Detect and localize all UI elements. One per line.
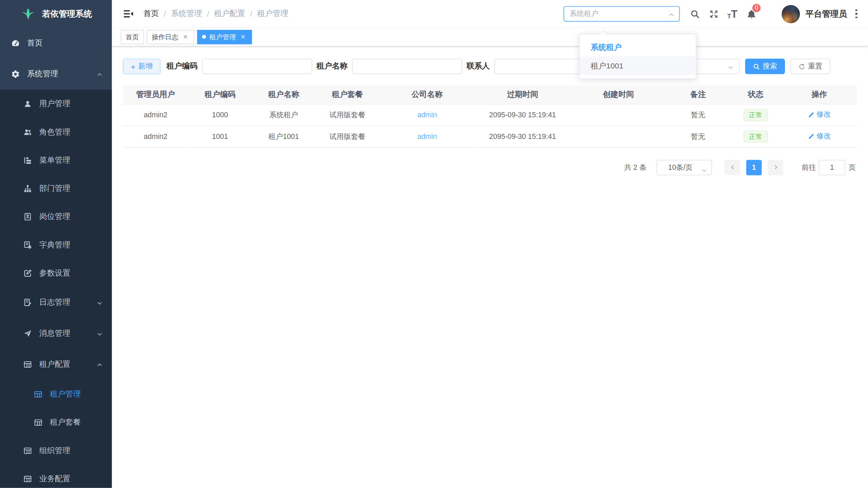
- pagination-total: 共 2 条: [624, 162, 647, 172]
- table-icon: [23, 360, 32, 369]
- sidebar-item-label: 首页: [27, 38, 43, 48]
- sidebar-item-label: 业务配置: [39, 474, 70, 484]
- top-navbar: 首页 / 系统管理 / 租户配置 / 租户管理 系统租户 TT: [112, 0, 868, 28]
- close-icon[interactable]: ×: [181, 33, 189, 41]
- sidebar-item-tenant-config[interactable]: 租户配置: [0, 349, 112, 380]
- sidebar-item-label: 租户管理: [50, 389, 81, 399]
- edit-row-button[interactable]: 修改: [808, 131, 831, 141]
- reset-button-label: 重置: [808, 61, 822, 71]
- sidebar-item-role-mgmt[interactable]: 角色管理: [0, 118, 112, 146]
- goto-label: 前往: [802, 162, 816, 172]
- breadcrumb-system[interactable]: 系统管理: [171, 9, 202, 19]
- table-row: admin2 1000 系统租户 试用版套餐 admin 2095-09-30 …: [123, 104, 857, 126]
- notification-bell-icon[interactable]: 0: [742, 0, 760, 28]
- reset-button[interactable]: 重置: [790, 59, 830, 74]
- sidebar-item-label: 用户管理: [39, 99, 70, 108]
- tenant-table: 管理员用户 租户编码 租户名称 租户套餐 公司名称 过期时间 创建时间 备注 状…: [123, 85, 857, 147]
- app-title: 若依管理系统: [42, 8, 92, 19]
- kebab-menu-icon[interactable]: [851, 0, 861, 28]
- tenant-option-1001[interactable]: 租户1001: [580, 56, 696, 75]
- tenant-name-label: 租户名称: [316, 61, 347, 71]
- chevron-down-icon: [96, 299, 103, 306]
- search-button[interactable]: 搜索: [745, 59, 785, 74]
- plus-icon: +: [131, 62, 135, 70]
- tenant-name-input[interactable]: [352, 59, 462, 74]
- cell-tenant-code: 1001: [188, 125, 252, 147]
- sidebar-item-label: 部门管理: [39, 183, 70, 193]
- cell-expire-time: 2095-09-30 15:19:41: [475, 125, 570, 147]
- edit-label: 修改: [816, 131, 831, 141]
- tab-home[interactable]: 首页: [121, 29, 144, 44]
- sidebar-item-dict-mgmt[interactable]: 字典管理: [0, 231, 112, 259]
- breadcrumb: 首页 / 系统管理 / 租户配置 / 租户管理: [143, 9, 288, 19]
- company-link[interactable]: admin: [417, 110, 437, 119]
- next-page-button[interactable]: [768, 160, 784, 175]
- tenant-code-input[interactable]: [202, 59, 312, 74]
- sidebar-item-menu-mgmt[interactable]: 菜单管理: [0, 146, 112, 174]
- sidebar-item-label: 系统管理: [27, 69, 58, 79]
- sidebar-fold-icon[interactable]: [123, 8, 134, 19]
- breadcrumb-tenant-config[interactable]: 租户配置: [214, 9, 245, 19]
- col-tenant-code: 租户编码: [188, 85, 252, 104]
- goto-page-input[interactable]: [819, 160, 845, 175]
- dashboard-gauge-icon: [11, 39, 20, 47]
- pagination: 共 2 条 10条/页 1 前往 页: [123, 160, 857, 175]
- font-size-glyph: TT: [727, 8, 737, 19]
- logo-leaf-icon: [20, 5, 37, 22]
- sidebar-item-tenant-package[interactable]: 租户套餐: [0, 408, 112, 436]
- page-number-1[interactable]: 1: [746, 160, 762, 175]
- sidebar-item-org-mgmt[interactable]: 组织管理: [0, 436, 112, 465]
- tab-tenant-mgmt[interactable]: 租户管理 ×: [197, 29, 252, 44]
- status-badge: 正常: [744, 109, 768, 121]
- page-size-select[interactable]: 10条/页: [657, 160, 712, 175]
- sidebar-item-label: 组织管理: [39, 446, 70, 455]
- tenant-switch-select[interactable]: 系统租户: [563, 6, 680, 22]
- tenant-code-label: 租户编码: [167, 61, 197, 71]
- close-icon[interactable]: ×: [239, 33, 247, 41]
- sidebar-item-params[interactable]: 参数设置: [0, 259, 112, 287]
- user-icon: [23, 99, 32, 108]
- sidebar-item-log-mgmt[interactable]: 日志管理: [0, 287, 112, 318]
- sidebar-item-post-mgmt[interactable]: 岗位管理: [0, 202, 112, 230]
- cell-create-time: [570, 125, 667, 147]
- breadcrumb-home[interactable]: 首页: [143, 9, 159, 19]
- sidebar-item-label: 参数设置: [39, 268, 70, 278]
- tenant-option-system[interactable]: 系统租户: [580, 38, 696, 56]
- sidebar-item-system-mgmt[interactable]: 系统管理: [0, 59, 112, 89]
- add-button-label: 新增: [138, 61, 153, 71]
- font-size-icon[interactable]: TT: [723, 0, 741, 28]
- app-logo[interactable]: 若依管理系统: [0, 0, 112, 28]
- col-create-time: 创建时间: [570, 85, 667, 104]
- id-badge-icon: [23, 212, 32, 221]
- user-name[interactable]: 平台管理员: [806, 8, 847, 19]
- cell-admin-user: admin2: [123, 104, 188, 126]
- company-link[interactable]: admin: [417, 132, 437, 140]
- sidebar-item-business-config[interactable]: 业务配置: [0, 465, 112, 488]
- search-button-label: 搜索: [763, 61, 777, 71]
- sidebar: 若依管理系统 首页 系统管理: [0, 0, 112, 488]
- sidebar-item-message-mgmt[interactable]: 消息管理: [0, 318, 112, 349]
- sidebar-item-dept-mgmt[interactable]: 部门管理: [0, 174, 112, 202]
- send-icon: [23, 329, 32, 338]
- fullscreen-icon[interactable]: [704, 0, 723, 28]
- sidebar-item-home[interactable]: 首页: [0, 28, 112, 59]
- prev-page-button[interactable]: [725, 160, 740, 175]
- add-button[interactable]: + 新增: [123, 59, 160, 74]
- chevron-down-icon: [96, 330, 103, 337]
- chevron-right-icon: [772, 164, 778, 170]
- cell-tenant-code: 1000: [188, 104, 252, 126]
- col-package: 租户套餐: [315, 85, 379, 104]
- tab-operation-log[interactable]: 操作日志 ×: [147, 29, 194, 44]
- edit-row-button[interactable]: 修改: [808, 110, 831, 120]
- tab-label: 操作日志: [152, 30, 178, 43]
- edit-square-icon: [23, 268, 32, 277]
- search-icon[interactable]: [685, 0, 704, 28]
- sidebar-item-user-mgmt[interactable]: 用户管理: [0, 89, 112, 118]
- contact-label: 联系人: [466, 61, 490, 71]
- tags-view-bar: 首页 操作日志 × 租户管理 ×: [112, 28, 868, 46]
- sidebar-item-tenant-mgmt[interactable]: 租户管理: [0, 380, 112, 408]
- refresh-icon: [798, 63, 805, 70]
- sidebar-item-label: 日志管理: [39, 298, 70, 307]
- pencil-icon: [808, 133, 815, 140]
- avatar[interactable]: [782, 5, 800, 23]
